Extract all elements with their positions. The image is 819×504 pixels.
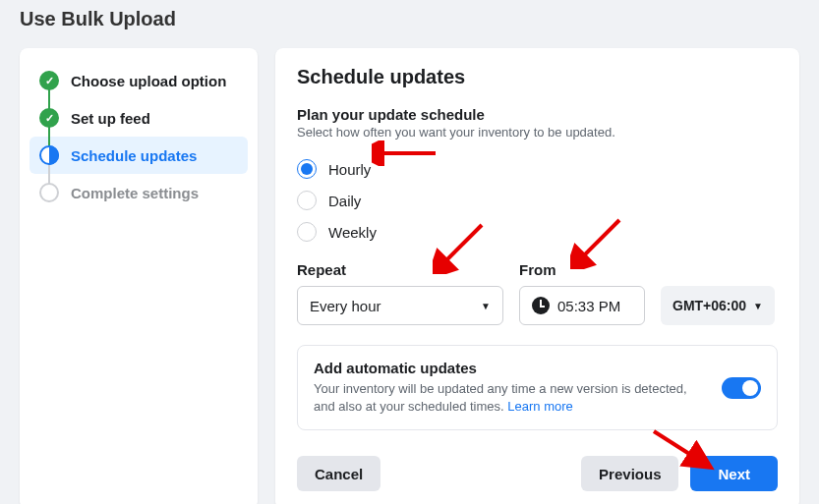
frequency-radio-group: Hourly Daily Weekly <box>297 153 778 248</box>
step-label: Set up feed <box>71 110 150 127</box>
step-label: Schedule updates <box>71 147 197 164</box>
radio-label: Hourly <box>328 161 371 178</box>
radio-label: Weekly <box>328 224 377 241</box>
radio-icon <box>297 191 317 210</box>
step-choose-upload[interactable]: Choose upload option <box>29 62 248 99</box>
repeat-value: Every hour <box>310 298 381 314</box>
info-text: Your inventory will be updated any time … <box>314 380 706 416</box>
radio-icon <box>297 222 317 242</box>
time-value: 05:33 PM <box>557 298 620 314</box>
stepper-sidebar: Choose upload option Set up feed Schedul… <box>20 48 258 504</box>
radio-icon <box>297 159 317 179</box>
step-label: Choose upload option <box>71 73 226 89</box>
auto-updates-card: Add automatic updates Your inventory wil… <box>297 345 778 430</box>
next-button[interactable]: Next <box>690 456 778 491</box>
caret-down-icon: ▼ <box>753 301 763 311</box>
step-setup-feed[interactable]: Set up feed <box>29 99 248 137</box>
from-label: From <box>519 261 645 278</box>
repeat-label: Repeat <box>297 261 503 278</box>
step-label: Complete settings <box>71 185 199 201</box>
plan-subheading: Plan your update schedule <box>297 106 778 123</box>
timezone-select[interactable]: GMT+06:00 ▼ <box>661 286 775 325</box>
info-title: Add automatic updates <box>314 360 706 376</box>
main-heading: Schedule updates <box>297 66 778 88</box>
check-icon <box>39 108 59 128</box>
cancel-button[interactable]: Cancel <box>297 456 380 491</box>
learn-more-link[interactable]: Learn more <box>507 399 572 414</box>
clock-icon <box>532 297 550 314</box>
step-complete-settings[interactable]: Complete settings <box>29 174 248 211</box>
info-text-body: Your inventory will be updated any time … <box>314 381 687 414</box>
main-panel: Schedule updates Plan your update schedu… <box>275 48 799 504</box>
previous-button[interactable]: Previous <box>581 456 678 491</box>
caret-down-icon: ▼ <box>481 301 491 311</box>
from-time-input[interactable]: 05:33 PM <box>519 286 645 325</box>
radio-label: Daily <box>328 193 361 209</box>
half-circle-icon <box>39 145 59 165</box>
page-title: Use Bulk Upload <box>20 0 799 48</box>
timezone-value: GMT+06:00 <box>673 298 746 313</box>
circle-icon <box>39 183 59 202</box>
plan-subtext: Select how often you want your inventory… <box>297 125 778 140</box>
radio-hourly[interactable]: Hourly <box>297 153 778 185</box>
radio-weekly[interactable]: Weekly <box>297 216 778 248</box>
radio-daily[interactable]: Daily <box>297 185 778 216</box>
auto-updates-toggle[interactable] <box>722 377 761 399</box>
repeat-select[interactable]: Every hour ▼ <box>297 286 503 325</box>
check-icon <box>39 71 59 90</box>
step-schedule-updates[interactable]: Schedule updates <box>29 137 248 174</box>
